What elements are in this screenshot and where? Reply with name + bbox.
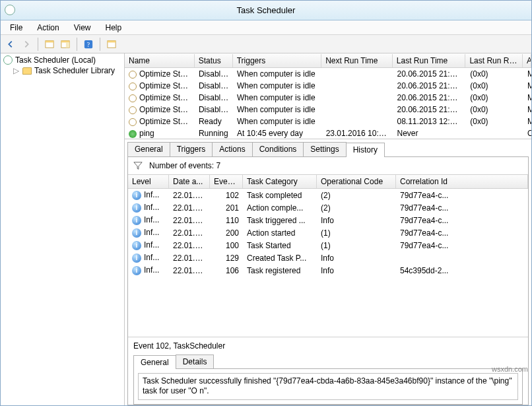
menu-view[interactable]: View — [67, 22, 98, 34]
expand-icon[interactable]: ▷ — [13, 66, 20, 75]
cell-event: 102 — [210, 190, 243, 201]
tab-history[interactable]: History — [346, 143, 385, 157]
forward-button[interactable] — [19, 37, 34, 51]
cell-name: Optimize Sta... — [125, 81, 195, 91]
cell-author: Mi — [523, 104, 531, 115]
cell-last: 20.06.2015 21:11:49 — [393, 81, 467, 91]
col-status[interactable]: Status — [195, 54, 233, 67]
history-row[interactable]: iInf...22.01.2...200Action started(1)79d… — [128, 226, 528, 239]
menubar: File Action View Help — [1, 20, 531, 35]
cell-corr — [396, 257, 528, 259]
task-list-header: Name Status Triggers Next Run Time Last … — [125, 53, 531, 68]
event-detail-tabs: General Details — [133, 355, 523, 368]
filter-icon[interactable] — [133, 161, 143, 170]
cell-event: 201 — [210, 203, 243, 213]
cell-author: Mi — [523, 116, 531, 127]
cell-corr: 79d77ea4-c... — [396, 190, 528, 201]
tab-settings[interactable]: Settings — [303, 142, 346, 156]
svg-rect-8 — [108, 40, 116, 42]
info-icon: i — [132, 254, 141, 263]
history-row[interactable]: iInf...22.01.2...102Task completed(2)79d… — [128, 189, 528, 201]
history-panel: Number of events: 7 Level Date a... Even… — [127, 156, 529, 405]
hcol-corr[interactable]: Correlation Id — [396, 175, 528, 188]
cell-category: Action started — [243, 228, 317, 238]
history-row[interactable]: iInf...22.01.2...110Task triggered ...In… — [128, 214, 528, 226]
tab-actions[interactable]: Actions — [212, 142, 252, 156]
cell-corr: 54c395dd-2... — [396, 265, 528, 276]
info-icon: i — [132, 191, 141, 200]
help-icon[interactable]: ? — [81, 37, 96, 51]
cell-category: Action comple... — [243, 203, 317, 213]
toolbar-pane3-icon[interactable] — [104, 37, 119, 51]
menu-file[interactable]: File — [3, 22, 29, 34]
cell-result: (0x0) — [466, 69, 523, 79]
cell-status: Running — [195, 128, 233, 139]
cell-opcode: Info — [317, 265, 396, 276]
cell-opcode: Info — [317, 253, 396, 263]
cell-status: Disabled — [195, 81, 233, 91]
tab-triggers[interactable]: Triggers — [170, 142, 213, 156]
cell-level: iInf... — [128, 227, 169, 238]
task-row[interactable]: Optimize Sta...ReadyWhen computer is idl… — [125, 116, 531, 127]
toolbar-separator-2 — [77, 38, 77, 51]
col-name[interactable]: Name — [125, 54, 195, 67]
hcol-category[interactable]: Task Category — [243, 175, 317, 188]
menu-help[interactable]: Help — [99, 22, 129, 34]
hcol-date[interactable]: Date a... — [169, 175, 210, 188]
cell-status: Ready — [195, 116, 233, 127]
toolbar-pane1-icon[interactable] — [42, 37, 57, 51]
hcol-event[interactable]: Event... — [210, 175, 243, 188]
task-row[interactable]: Optimize Sta...DisabledWhen computer is … — [125, 68, 531, 80]
info-icon: i — [132, 203, 141, 213]
cell-triggers: When computer is idle — [233, 116, 322, 127]
tree-library[interactable]: ▷ Task Scheduler Library — [2, 65, 123, 76]
history-row[interactable]: iInf...22.01.2...106Task registeredInfo5… — [128, 264, 528, 277]
col-result[interactable]: Last Run Result — [465, 54, 523, 67]
cell-next — [322, 85, 393, 86]
task-row[interactable]: Optimize Sta...DisabledWhen computer is … — [125, 92, 531, 104]
task-row[interactable]: Optimize Sta...DisabledWhen computer is … — [125, 104, 531, 116]
cell-level: iInf... — [128, 189, 169, 201]
tab-conditions[interactable]: Conditions — [252, 142, 304, 156]
clock-icon — [129, 71, 137, 79]
back-button[interactable] — [3, 37, 18, 51]
cell-last: Never — [393, 128, 467, 139]
history-row[interactable]: iInf...22.01.2...129Created Task P...Inf… — [128, 252, 528, 264]
col-triggers[interactable]: Triggers — [233, 54, 321, 67]
cell-date: 22.01.2... — [169, 203, 210, 213]
cell-name: Optimize Sta... — [125, 69, 195, 79]
svg-rect-1 — [46, 40, 53, 42]
history-row[interactable]: iInf...22.01.2...201Action comple...(2)7… — [128, 201, 528, 214]
history-row[interactable]: iInf...22.01.2...100Task Started(1)79d77… — [128, 239, 528, 252]
cell-date: 22.01.2... — [169, 253, 210, 263]
cell-corr: 79d77ea4-c... — [396, 203, 528, 213]
cell-date: 22.01.2... — [169, 240, 210, 251]
detail-tab-details[interactable]: Details — [176, 355, 215, 368]
hcol-level[interactable]: Level — [128, 175, 169, 188]
menu-action[interactable]: Action — [30, 22, 65, 34]
cell-last: 08.11.2013 12:08:23 — [393, 116, 467, 127]
col-author[interactable]: Au — [523, 54, 531, 67]
cell-triggers: When computer is idle — [233, 81, 322, 91]
task-row[interactable]: Optimize Sta...DisabledWhen computer is … — [125, 80, 531, 92]
cell-author: Mi — [523, 69, 531, 79]
clock-icon — [3, 55, 13, 65]
cell-result: (0x0) — [466, 92, 523, 103]
cell-category: Task triggered ... — [243, 215, 317, 226]
cell-next: 23.01.2016 10:45:02 — [322, 128, 393, 139]
tree-root[interactable]: Task Scheduler (Local) — [2, 55, 123, 65]
tab-general[interactable]: General — [127, 142, 170, 156]
toolbar-separator — [38, 38, 38, 51]
hcol-opcode[interactable]: Operational Code — [317, 175, 396, 188]
col-next[interactable]: Next Run Time — [321, 54, 393, 67]
task-row[interactable]: pingRunningAt 10:45 every day23.01.2016 … — [125, 127, 531, 139]
cell-corr: 79d77ea4-c... — [396, 240, 528, 251]
toolbar-pane2-icon[interactable] — [58, 37, 73, 51]
cell-name: Optimize Sta... — [125, 92, 195, 103]
detail-tab-general[interactable]: General — [133, 355, 176, 369]
cell-triggers: When computer is idle — [233, 104, 322, 115]
cell-date: 22.01.2... — [169, 190, 210, 201]
titlebar: Task Scheduler — [1, 1, 531, 20]
cell-date: 22.01.2... — [169, 228, 210, 238]
col-last[interactable]: Last Run Time — [393, 54, 466, 67]
